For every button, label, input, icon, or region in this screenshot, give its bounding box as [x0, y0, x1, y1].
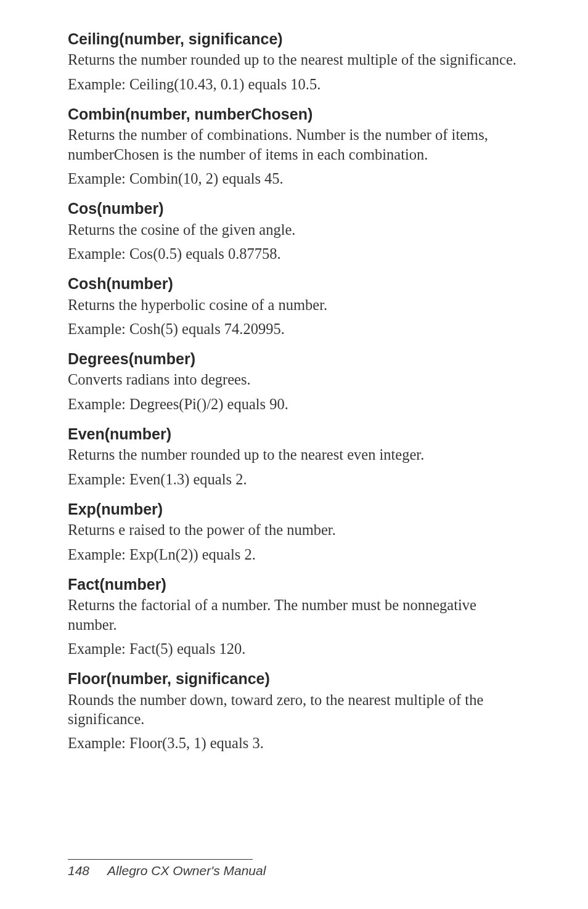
- heading-cosh: Cosh(number): [68, 274, 520, 293]
- heading-floor: Floor(number, significance): [68, 669, 520, 688]
- section-ceiling: Ceiling(number, significance) Returns th…: [68, 30, 520, 94]
- heading-cos: Cos(number): [68, 199, 520, 218]
- desc-cosh: Returns the hyperbolic cosine of a numbe…: [68, 295, 520, 314]
- footer-page-number: 148: [68, 863, 89, 878]
- heading-combin: Combin(number, numberChosen): [68, 105, 520, 124]
- example-even: Example: Even(1.3) equals 2.: [68, 470, 520, 489]
- section-exp: Exp(number) Returns e raised to the powe…: [68, 500, 520, 564]
- page-footer: 148 Allegro CX Owner's Manual: [68, 859, 520, 878]
- section-fact: Fact(number) Returns the factorial of a …: [68, 575, 520, 658]
- desc-ceiling: Returns the number rounded up to the nea…: [68, 50, 520, 69]
- example-cosh: Example: Cosh(5) equals 74.20995.: [68, 319, 520, 338]
- section-combin: Combin(number, numberChosen) Returns the…: [68, 105, 520, 188]
- footer-text: 148 Allegro CX Owner's Manual: [68, 863, 520, 878]
- heading-ceiling: Ceiling(number, significance): [68, 30, 520, 49]
- desc-combin: Returns the number of combinations. Numb…: [68, 125, 520, 164]
- section-cos: Cos(number) Returns the cosine of the gi…: [68, 199, 520, 263]
- section-floor: Floor(number, significance) Rounds the n…: [68, 669, 520, 752]
- section-even: Even(number) Returns the number rounded …: [68, 425, 520, 489]
- example-floor: Example: Floor(3.5, 1) equals 3.: [68, 733, 520, 752]
- example-combin: Example: Combin(10, 2) equals 45.: [68, 169, 520, 188]
- example-fact: Example: Fact(5) equals 120.: [68, 639, 520, 658]
- desc-cos: Returns the cosine of the given angle.: [68, 220, 520, 239]
- heading-degrees: Degrees(number): [68, 349, 520, 369]
- heading-even: Even(number): [68, 425, 520, 444]
- heading-exp: Exp(number): [68, 500, 520, 519]
- section-degrees: Degrees(number) Converts radians into de…: [68, 349, 520, 414]
- heading-fact: Fact(number): [68, 575, 520, 594]
- footer-title: Allegro CX Owner's Manual: [107, 863, 266, 878]
- example-degrees: Example: Degrees(Pi()/2) equals 90.: [68, 394, 520, 414]
- page-container: Ceiling(number, significance) Returns th…: [0, 0, 588, 909]
- example-ceiling: Example: Ceiling(10.43, 0.1) equals 10.5…: [68, 75, 520, 94]
- desc-exp: Returns e raised to the power of the num…: [68, 520, 520, 539]
- desc-even: Returns the number rounded up to the nea…: [68, 445, 520, 464]
- desc-floor: Rounds the number down, toward zero, to …: [68, 690, 520, 729]
- desc-degrees: Converts radians into degrees.: [68, 370, 520, 389]
- example-cos: Example: Cos(0.5) equals 0.87758.: [68, 244, 520, 263]
- desc-fact: Returns the factorial of a number. The n…: [68, 595, 520, 634]
- section-cosh: Cosh(number) Returns the hyperbolic cosi…: [68, 274, 520, 338]
- example-exp: Example: Exp(Ln(2)) equals 2.: [68, 545, 520, 564]
- footer-rule: [68, 859, 253, 860]
